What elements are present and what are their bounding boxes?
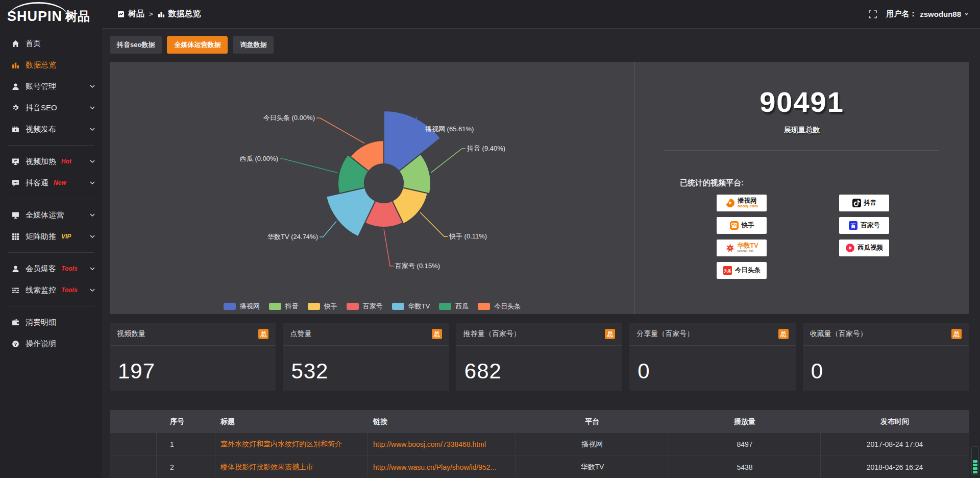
cell-platform: 播视网 <box>516 433 669 456</box>
legend-item[interactable]: 西瓜 <box>439 302 469 311</box>
sidebar-divider <box>8 252 94 253</box>
widget-bar <box>973 467 977 470</box>
stat-card-3: 分享量（百家号）总0 <box>629 323 795 391</box>
sidebar-item-label: 全媒体运营 <box>26 210 64 220</box>
total-badge[interactable]: 总 <box>605 329 615 339</box>
tab-1[interactable]: 全媒体运营数据 <box>167 36 228 54</box>
legend-marker <box>308 303 320 310</box>
legend-item[interactable]: 华数TV <box>392 302 430 311</box>
cell-url-link[interactable]: http://www.wasu.cn/Play/show/id/952... <box>368 456 516 478</box>
total-badge[interactable]: 总 <box>258 329 268 339</box>
main-content: 抖音seo数据全媒体运营数据询盘数据 播视网 (65.61%)抖音 (9.40%… <box>102 29 980 478</box>
platform-badge-douyin[interactable]: 抖音 <box>839 195 889 211</box>
sidebar-item-label: 数据总览 <box>26 60 56 70</box>
table-header-row: 序号标题链接平台播放量发布时间 <box>110 411 969 433</box>
sidebar-item-video-publish[interactable]: 视频发布 <box>0 118 102 140</box>
platform-name: 西瓜视频 <box>857 245 883 251</box>
tab-0[interactable]: 抖音seo数据 <box>110 36 162 54</box>
sidebar-item-douyin-seo[interactable]: 抖音SEO <box>0 97 102 118</box>
legend-label: 今日头条 <box>494 302 521 311</box>
breadcrumb-separator: > <box>149 10 153 18</box>
breadcrumb: 树品 > 数据总览 <box>117 9 201 19</box>
floating-widget[interactable] <box>971 446 979 475</box>
sidebar-item-label: 会员爆客 <box>26 264 56 274</box>
chevron-down-icon: ∨ <box>964 11 969 16</box>
user-menu[interactable]: 用户名：zswodun88 ∨ <box>886 9 969 19</box>
column-header[interactable]: 链接 <box>368 411 516 433</box>
topbar-right: 用户名：zswodun88 ∨ <box>869 9 969 19</box>
platform-badge-toutiao[interactable]: 头条今日头条 <box>717 262 767 279</box>
sidebar-item-label: 操作说明 <box>26 339 56 349</box>
sidebar-item-data-overview[interactable]: 数据总览 <box>0 54 102 76</box>
sidebar-item-matrix-boost[interactable]: 矩阵助推VIP <box>0 226 102 247</box>
pie-label: 抖音 (9.40%) <box>467 145 505 152</box>
total-badge[interactable]: 总 <box>432 329 442 339</box>
svg-text:百: 百 <box>851 223 856 229</box>
platform-name: 播视网 <box>738 198 758 204</box>
legend-item[interactable]: 抖音 <box>269 302 299 311</box>
column-header[interactable]: 发布时间 <box>821 411 969 433</box>
sidebar-item-clue-monitor[interactable]: 线索监控Tools <box>0 279 102 301</box>
sidebar-item-label: 视频加热 <box>26 157 56 166</box>
table-row: 2楼体投影灯投影效果震撼上市http://www.wasu.cn/Play/sh… <box>110 456 969 478</box>
platform-badge-kuaishou[interactable]: 快手 <box>717 217 767 234</box>
column-header[interactable]: 平台 <box>516 411 669 433</box>
home-icon <box>11 39 19 47</box>
column-header[interactable]: 播放量 <box>669 411 821 433</box>
chevron-down-icon <box>90 213 95 217</box>
breadcrumb-root[interactable]: 树品 <box>128 9 144 19</box>
platform-badge-baijiahao[interactable]: 百百家号 <box>839 217 889 234</box>
sidebar-item-douketong[interactable]: 抖客通New <box>0 172 102 194</box>
sidebar-item-account-manage[interactable]: 账号管理 <box>0 76 102 97</box>
sidebar-menu: 首页数据总览账号管理抖音SEO视频发布视频加热Hot抖客通New全媒体运营矩阵助… <box>0 29 102 354</box>
sidebar-item-home[interactable]: 首页 <box>0 33 102 54</box>
stat-card-1: 点赞量总532 <box>283 323 449 391</box>
gear-icon <box>11 104 19 112</box>
bar-chart-icon <box>11 61 19 69</box>
widget-bar <box>973 464 977 466</box>
platform-name: 快手 <box>742 222 754 229</box>
legend-label: 快手 <box>324 302 337 311</box>
chart-legend: 播视网抖音快手百家号华数TV西瓜今日头条 <box>110 302 634 311</box>
cell-title-link[interactable]: 楼体投影灯投影效果震撼上市 <box>215 456 368 478</box>
column-header[interactable]: 序号 <box>157 411 215 433</box>
sidebar-item-consumption[interactable]: 消费明细 <box>0 312 102 333</box>
platform-badge-boosj[interactable]: 播视网boosj.com <box>717 195 767 211</box>
pie-label: 播视网 (65.61%) <box>425 125 474 133</box>
legend-item[interactable]: 今日头条 <box>478 302 521 311</box>
chevron-down-icon <box>90 181 95 184</box>
fullscreen-icon[interactable] <box>869 10 877 18</box>
legend-item[interactable]: 百家号 <box>347 302 383 311</box>
platform-name: 今日头条 <box>735 267 761 274</box>
sidebar-item-video-heat[interactable]: 视频加热Hot <box>0 151 102 172</box>
sidebar-item-member-baoke[interactable]: 会员爆客Tools <box>0 258 102 279</box>
widget-bar <box>973 460 977 463</box>
cell-url-link[interactable]: http://www.boosj.com/7338468.html <box>368 433 516 456</box>
total-impressions-value: 90491 <box>635 85 969 118</box>
select-all-cell <box>110 411 157 433</box>
column-header[interactable]: 标题 <box>215 411 368 433</box>
topbar: 树品 > 数据总览 用户名：zswodun88 ∨ <box>102 0 980 29</box>
platform-badge-xigua[interactable]: 西瓜视频 <box>839 240 889 256</box>
sidebar-item-instructions[interactable]: ?操作说明 <box>0 333 102 354</box>
total-badge[interactable]: 总 <box>951 329 962 339</box>
stat-card-value: 197 <box>118 359 155 384</box>
platform-badge-wasu[interactable]: 华数TVwasu.cn <box>717 240 767 256</box>
sidebar-item-media-operation[interactable]: 全媒体运营 <box>0 204 102 226</box>
pie-label-line <box>384 229 394 266</box>
legend-item[interactable]: 播视网 <box>224 302 260 311</box>
platform-column-left: 播视网boosj.com快手华数TVwasu.cn头条今日头条 <box>717 195 767 279</box>
pie-slice-4[interactable] <box>326 188 376 237</box>
pie-label-line <box>320 221 336 237</box>
breadcrumb-current[interactable]: 数据总览 <box>168 9 201 19</box>
douyin-logo <box>852 198 862 208</box>
sidebar-item-badge: Tools <box>61 265 78 272</box>
total-badge[interactable]: 总 <box>778 329 789 339</box>
legend-item[interactable]: 快手 <box>308 302 337 311</box>
cell-title-link[interactable]: 室外水纹灯和室内水纹灯的区别和简介 <box>215 433 368 456</box>
user-icon <box>11 82 19 90</box>
tab-2[interactable]: 询盘数据 <box>233 36 274 54</box>
stat-card-label: 分享量（百家号） <box>636 329 694 339</box>
baijiahao-logo: 百 <box>848 221 858 230</box>
logo[interactable]: SHUPIN 树品 <box>0 0 102 29</box>
